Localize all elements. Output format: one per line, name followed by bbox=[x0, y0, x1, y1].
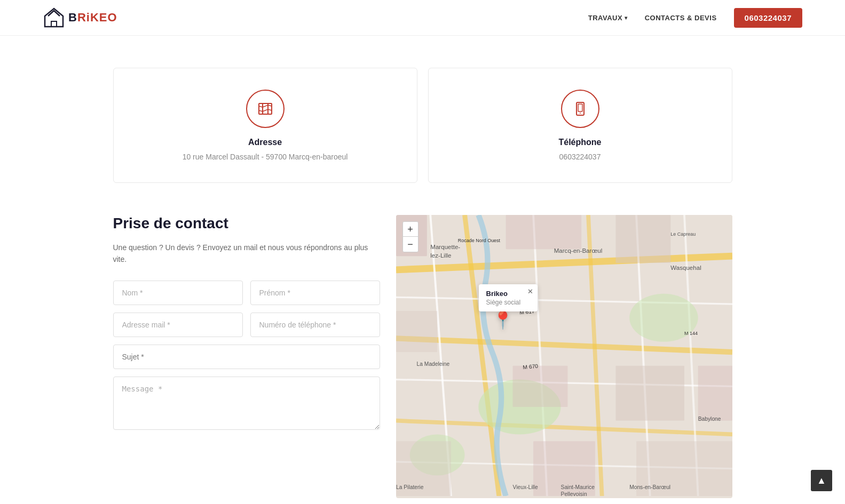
address-icon-circle bbox=[246, 90, 285, 128]
section-title: Prise de contact bbox=[113, 215, 380, 232]
svg-text:La Pilaterie: La Pilaterie bbox=[396, 484, 424, 490]
svg-text:Marquette-: Marquette- bbox=[430, 244, 460, 250]
svg-text:M 144: M 144 bbox=[684, 331, 697, 336]
main-content: Adresse 10 rue Marcel Dassault - 59700 M… bbox=[102, 36, 743, 504]
map-controls: + − bbox=[402, 221, 418, 252]
svg-text:Rocade Nord Ouest: Rocade Nord Ouest bbox=[457, 238, 500, 243]
map-marker: 📍 bbox=[492, 310, 514, 330]
popup-name: Brikeo bbox=[486, 290, 530, 298]
svg-text:La Madeleine: La Madeleine bbox=[416, 361, 449, 367]
svg-rect-29 bbox=[615, 366, 684, 421]
phone-button[interactable]: 0603224037 bbox=[734, 8, 802, 28]
contact-form-wrap: Prise de contact Une question ? Un devis… bbox=[113, 215, 380, 430]
phone-icon-circle bbox=[561, 90, 599, 128]
svg-text:Marcq-en-Barœul: Marcq-en-Barœul bbox=[554, 247, 602, 254]
svg-rect-1 bbox=[51, 21, 57, 27]
svg-text:Vieux-Lille: Vieux-Lille bbox=[512, 484, 538, 490]
name-row bbox=[113, 281, 380, 305]
phone-card-title: Téléphone bbox=[558, 138, 601, 147]
svg-rect-6 bbox=[578, 104, 582, 111]
svg-text:Mons-en-Barœul: Mons-en-Barœul bbox=[629, 484, 670, 490]
svg-rect-2 bbox=[259, 103, 272, 114]
address-card: Adresse 10 rue Marcel Dassault - 59700 M… bbox=[113, 68, 417, 183]
chevron-down-icon: ▾ bbox=[625, 15, 628, 21]
section-description: Une question ? Un devis ? Envoyez un mai… bbox=[113, 242, 380, 266]
svg-rect-30 bbox=[698, 366, 732, 421]
zoom-out-button[interactable]: − bbox=[403, 237, 418, 252]
nom-input[interactable] bbox=[113, 281, 243, 305]
address-card-title: Adresse bbox=[248, 138, 282, 147]
phone-input[interactable] bbox=[250, 313, 380, 337]
phone-icon bbox=[572, 101, 588, 117]
svg-point-7 bbox=[580, 113, 581, 114]
header: BRiKEO TRAVAUX ▾ CONTACTS & DEVIS 060322… bbox=[0, 0, 845, 36]
svg-rect-26 bbox=[615, 215, 670, 263]
nav-travaux[interactable]: TRAVAUX ▾ bbox=[588, 14, 628, 22]
message-textarea[interactable] bbox=[113, 377, 380, 430]
svg-text:Wasquehal: Wasquehal bbox=[670, 265, 701, 271]
scroll-to-top-button[interactable]: ▲ bbox=[811, 470, 832, 491]
main-nav: TRAVAUX ▾ CONTACTS & DEVIS 0603224037 bbox=[588, 8, 802, 28]
map-icon bbox=[257, 101, 273, 117]
map-svg: Marquette- lez-Lille Marcq-en-Barœul Was… bbox=[396, 215, 732, 496]
map-popup: ✕ Brikeo Siège social bbox=[479, 284, 538, 311]
svg-rect-27 bbox=[396, 311, 437, 352]
nav-contacts[interactable]: CONTACTS & DEVIS bbox=[645, 14, 717, 22]
svg-text:Babylone: Babylone bbox=[698, 416, 721, 422]
svg-text:Saint-Maurice: Saint-Maurice bbox=[560, 484, 595, 490]
logo[interactable]: BRiKEO bbox=[43, 6, 117, 29]
address-card-detail: 10 rue Marcel Dassault - 59700 Marcq-en-… bbox=[183, 153, 348, 161]
logo-text: BRiKEO bbox=[68, 11, 117, 25]
popup-close-button[interactable]: ✕ bbox=[527, 287, 533, 295]
svg-text:Le Capreau: Le Capreau bbox=[670, 231, 696, 237]
contact-section: Prise de contact Une question ? Un devis… bbox=[113, 215, 732, 498]
map-container[interactable]: Marquette- lez-Lille Marcq-en-Barœul Was… bbox=[396, 215, 732, 498]
sujet-input[interactable] bbox=[113, 345, 380, 369]
phone-card: Téléphone 0603224037 bbox=[428, 68, 732, 183]
svg-rect-28 bbox=[512, 366, 567, 407]
zoom-in-button[interactable]: + bbox=[403, 222, 418, 237]
contact-row bbox=[113, 313, 380, 337]
popup-subtitle: Siège social bbox=[486, 299, 530, 306]
svg-text:lez-Lille: lez-Lille bbox=[430, 252, 451, 259]
svg-text:Pellevoisin: Pellevoisin bbox=[560, 491, 587, 496]
contact-form bbox=[113, 281, 380, 430]
phone-card-detail: 0603224037 bbox=[559, 153, 601, 161]
email-input[interactable] bbox=[113, 313, 243, 337]
svg-rect-25 bbox=[506, 215, 581, 249]
logo-icon bbox=[43, 6, 65, 29]
info-cards-row: Adresse 10 rue Marcel Dassault - 59700 M… bbox=[113, 68, 732, 183]
prenom-input[interactable] bbox=[250, 281, 380, 305]
